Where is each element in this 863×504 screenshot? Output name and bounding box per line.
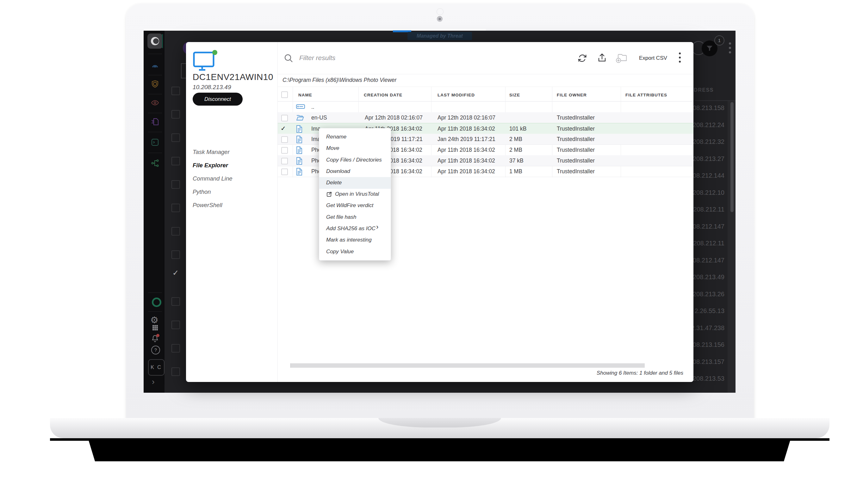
- file-icon: [296, 136, 302, 143]
- folder-icon: [296, 114, 304, 121]
- top-strip: [143, 29, 486, 31]
- camera-ghost-ring: [437, 8, 443, 15]
- managed-by-badge: Managed by Threat Hunting: [408, 32, 472, 40]
- bg-checkbox: [172, 87, 180, 95]
- active-nav-indicator: [162, 34, 163, 48]
- bg-checkmark-icon: ✓: [172, 268, 179, 277]
- shield-icon[interactable]: [151, 80, 159, 88]
- breadcrumb-path: C:\Program Files (x86)\Windows Photo Vie…: [283, 77, 396, 84]
- external-link-icon: [326, 191, 332, 197]
- eye-icon[interactable]: [151, 99, 159, 107]
- chevron-right-icon: ›: [376, 223, 378, 231]
- bg-checkbox: [172, 250, 180, 259]
- table-row-en-us[interactable]: en-US Apr 12th 2018 02:16:07 Apr 12th 20…: [278, 112, 693, 123]
- laptop-shadow-band: [88, 438, 791, 461]
- webcam-icon: [437, 16, 442, 22]
- row-checkbox[interactable]: [281, 115, 288, 122]
- filter-count-badge: 1: [714, 35, 724, 46]
- column-header-last-modified[interactable]: LAST MODIFIED: [438, 93, 475, 97]
- radar-icon[interactable]: [151, 62, 159, 70]
- notification-dot: [156, 334, 160, 337]
- menu-item-get-wildfire-verdict[interactable]: Get WildFire verdict: [319, 200, 391, 211]
- app-logo-icon[interactable]: [147, 34, 163, 49]
- table-row-up[interactable]: ..: [278, 101, 693, 113]
- nav-item-powershell[interactable]: PowerShell: [193, 202, 222, 210]
- nav-item-file-explorer[interactable]: File Explorer: [193, 162, 228, 170]
- gear-icon[interactable]: ⚙: [150, 315, 160, 325]
- drive-up-icon: [296, 103, 305, 110]
- bg-checkbox: [172, 180, 180, 189]
- bg-checkbox: [172, 344, 180, 353]
- disconnect-button[interactable]: Disconnect: [193, 93, 243, 105]
- avatar[interactable]: K C: [148, 359, 164, 376]
- column-header-file-attributes[interactable]: FILE ATTRIBUTES: [625, 93, 667, 97]
- hidden-panel-edge: [181, 63, 186, 78]
- row-checkbox[interactable]: [281, 136, 288, 143]
- file-icon: [296, 168, 302, 176]
- bg-checkbox: [172, 367, 180, 376]
- pipeline-icon[interactable]: [151, 159, 159, 167]
- nav-item-task-manager[interactable]: Task Manager: [193, 149, 230, 157]
- checked-checkmark-icon[interactable]: ✓: [280, 125, 286, 132]
- menu-item-add-sha256-as-ioc[interactable]: Add SHA256 as IOC: [319, 223, 391, 234]
- device-ip: 10.208.213.49: [193, 84, 231, 91]
- help-icon[interactable]: ?: [151, 345, 160, 354]
- column-header-creation-date[interactable]: CREATION DATE: [364, 93, 402, 97]
- file-icon: [296, 157, 302, 165]
- menu-item-download[interactable]: Download: [319, 166, 391, 177]
- bg-checkbox: [172, 157, 180, 165]
- new-folder-icon[interactable]: [615, 52, 627, 63]
- bg-checkbox: [172, 134, 180, 142]
- context-menu: Rename Move Copy Files / Directories Dow…: [319, 128, 391, 261]
- bg-scrollbar: [730, 102, 734, 212]
- select-all-checkbox[interactable]: [281, 91, 288, 98]
- row-checkbox[interactable]: [281, 168, 288, 175]
- search-input[interactable]: Filter results: [299, 54, 335, 62]
- row-checkbox[interactable]: [281, 147, 288, 154]
- bg-checkbox: [172, 204, 180, 212]
- menu-item-mark-as-interesting[interactable]: Mark as interesting: [319, 234, 391, 246]
- laptop-mockup: ⚙ ? K C › Managed by Threat Hunting ✓ 1 …: [0, 0, 863, 504]
- search-icon: [284, 53, 293, 63]
- terminal-square-icon[interactable]: [151, 138, 159, 147]
- column-header-file-owner[interactable]: FILE OWNER: [557, 93, 587, 97]
- menu-item-copy-files[interactable]: Copy Files / Directories: [319, 154, 391, 166]
- column-header-name[interactable]: NAME: [298, 93, 312, 97]
- bg-checkbox: [172, 320, 180, 329]
- monitor-icon: [193, 50, 219, 73]
- menu-item-copy-value[interactable]: Copy Value: [319, 246, 391, 257]
- device-name: DC1ENV21AWIN10: [193, 72, 273, 82]
- export-csv-button[interactable]: Export CSV: [639, 55, 667, 61]
- ring-icon[interactable]: [152, 298, 161, 307]
- menu-item-get-file-hash[interactable]: Get file hash: [319, 212, 391, 223]
- menu-item-move[interactable]: Move: [319, 142, 391, 154]
- bg-checkbox: [172, 227, 180, 236]
- bg-checkbox: [172, 297, 180, 306]
- nav-item-command-line[interactable]: Command Line: [193, 175, 232, 184]
- column-header-size[interactable]: SIZE: [509, 93, 520, 97]
- report-icon[interactable]: [151, 118, 159, 126]
- bg-kebab-menu-icon: [729, 42, 731, 54]
- expand-sidebar-icon[interactable]: ›: [152, 377, 155, 387]
- refresh-icon[interactable]: [578, 53, 587, 63]
- menu-item-delete[interactable]: Delete: [319, 177, 391, 189]
- upload-icon[interactable]: [597, 53, 607, 63]
- file-icon: [296, 125, 302, 133]
- row-checkbox[interactable]: [281, 158, 288, 164]
- grid-icon[interactable]: [152, 325, 154, 327]
- kebab-menu-icon[interactable]: [679, 52, 681, 63]
- horizontal-scrollbar[interactable]: [291, 363, 645, 368]
- menu-item-rename[interactable]: Rename: [319, 131, 391, 142]
- file-icon: [296, 147, 302, 154]
- status-text: Showing 6 Items: 1 folder and 5 files: [538, 370, 683, 376]
- bg-checkbox: [172, 110, 180, 118]
- nav-item-python[interactable]: Python: [193, 188, 211, 197]
